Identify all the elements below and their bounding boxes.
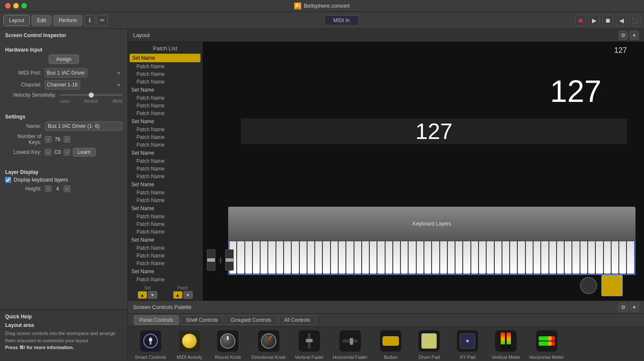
stop-button[interactable]: ⏹ [602,15,613,26]
patch-list-items[interactable]: Set NamePatch NamePatch NamePatch NameSe… [128,53,202,283]
palette-item-vertical-meter[interactable]: Vertical Meter [491,330,521,360]
white-key-21[interactable] [393,241,400,274]
white-key-17[interactable] [362,241,369,274]
patch-set-4[interactable]: Set Name [128,180,202,189]
patch-set-7[interactable]: Set Name [128,267,202,276]
white-key-30[interactable] [463,241,470,274]
white-key-31[interactable] [471,241,479,274]
white-key-19[interactable] [377,241,385,274]
patch-item-3-2[interactable]: Patch Name [128,173,202,180]
white-key-4[interactable] [260,241,268,274]
mini-fader-1[interactable] [207,249,215,271]
edit-button[interactable]: Edit [32,15,52,26]
midi-in-button[interactable]: MIDI In [324,15,359,26]
white-key-5[interactable] [268,241,276,274]
palette-item-vertical-fader[interactable]: Vertical Fader [294,330,324,360]
white-key-14[interactable] [338,241,346,274]
display-area[interactable]: 127 127 127 Keyboard Layers [203,42,644,300]
pencil-button[interactable]: ✏ [97,15,108,26]
white-key-35[interactable] [502,241,510,274]
minimize-button[interactable] [13,3,19,9]
velocity-slider[interactable] [60,94,122,96]
white-key-18[interactable] [369,241,377,274]
mixer-button[interactable]: ⬛ [629,15,641,26]
patch-item-5-0[interactable]: Patch Name [128,213,202,220]
palette-item-xy-pad[interactable]: XY Pad [453,330,482,360]
white-key-11[interactable] [315,241,322,274]
lowest-key-up[interactable]: › [64,149,70,156]
num-keys-down[interactable]: ‹ [45,136,52,143]
patch-item-2-1[interactable]: Patch Name [128,133,202,141]
patch-item-0-2[interactable]: Patch Name [128,78,202,86]
maximize-button[interactable] [21,3,27,9]
palette-item-smart-controls[interactable]: Smart Controls [135,330,166,360]
white-key-15[interactable] [346,241,354,274]
palette-item-button[interactable]: Button [376,330,406,360]
perform-button[interactable]: Perform [53,15,83,26]
patch-set-0[interactable]: Set Name [130,54,200,62]
white-key-27[interactable] [440,241,447,274]
palette-tab-all-controls[interactable]: All Controls [278,315,316,325]
white-key-9[interactable] [299,241,307,274]
patch-set-5[interactable]: Set Name [128,204,202,213]
palette-expand-button[interactable]: ▾ [629,303,639,312]
palette-item-round-knob[interactable]: Round Knob [213,330,243,360]
lowest-key-down[interactable]: ‹ [45,149,52,156]
white-key-48[interactable] [603,241,611,274]
palette-item-horizontal-fader[interactable]: Horizontal Fader [333,330,367,360]
white-key-1[interactable] [237,241,244,274]
channel-select[interactable]: Channel 1-16 [45,80,80,90]
patch-item-4-0[interactable]: Patch Name [128,189,202,196]
white-key-33[interactable] [486,241,494,274]
white-key-46[interactable] [588,241,595,274]
palette-item-midi-activity[interactable]: MIDI Activity [174,330,204,360]
patch-item-6-2[interactable]: Patch Name [128,260,202,267]
patch-set-6[interactable]: Set Name [128,236,202,244]
rewind-button[interactable]: ◀ [616,15,627,26]
layout-expand-button[interactable]: ▾ [629,31,639,40]
white-key-12[interactable] [322,241,330,274]
palette-item-horizontal-meter[interactable]: Horizontal Meter [529,330,564,360]
workspace[interactable]: Patch List Set NamePatch NamePatch NameP… [128,42,644,300]
white-key-16[interactable] [354,241,362,274]
white-key-51[interactable] [627,241,634,274]
play-button[interactable]: ▶ [589,15,600,26]
assign-button[interactable]: Assign [49,55,78,64]
white-key-28[interactable] [447,241,455,274]
height-up[interactable]: › [64,185,70,192]
display-screen[interactable] [601,275,623,296]
white-key-40[interactable] [541,241,548,274]
patch-item-6-1[interactable]: Patch Name [128,252,202,260]
palette-item-drum-pad[interactable]: Drum Pad [414,330,444,360]
learn-button[interactable]: Learn [73,148,96,156]
display-layers-checkbox[interactable] [5,177,11,183]
white-key-32[interactable] [479,241,486,274]
layout-button[interactable]: Layout [3,15,30,26]
white-key-49[interactable] [611,241,619,274]
white-key-22[interactable] [400,241,408,274]
white-key-23[interactable] [408,241,416,274]
mini-fader-2[interactable] [225,249,234,271]
palette-gear-button[interactable]: ⚙ [618,303,628,312]
white-key-38[interactable] [525,241,533,274]
white-key-2[interactable] [245,241,252,274]
white-key-10[interactable] [307,241,315,274]
patch-item-0-0[interactable]: Patch Name [128,63,202,70]
white-key-41[interactable] [549,241,557,274]
patch-set-2[interactable]: Set Name [128,117,202,126]
layout-gear-button[interactable]: ⚙ [618,31,628,40]
num-keys-up[interactable]: › [64,136,70,143]
patch-item-5-2[interactable]: Patch Name [128,228,202,236]
white-key-37[interactable] [517,241,525,274]
white-key-45[interactable] [580,241,588,274]
patch-item-1-1[interactable]: Patch Name [128,102,202,110]
keys-container[interactable] [229,241,635,274]
white-key-50[interactable] [619,241,627,274]
white-key-29[interactable] [455,241,463,274]
patch-item-4-1[interactable]: Patch Name [128,196,202,204]
patch-add-btn[interactable]: ▲ [173,291,183,299]
set-add-btn[interactable]: ▲ [138,291,147,299]
patch-item-1-2[interactable]: Patch Name [128,110,202,117]
patch-set-3[interactable]: Set Name [128,149,202,157]
palette-item-directional-knob[interactable]: Directional Knob [251,330,286,360]
